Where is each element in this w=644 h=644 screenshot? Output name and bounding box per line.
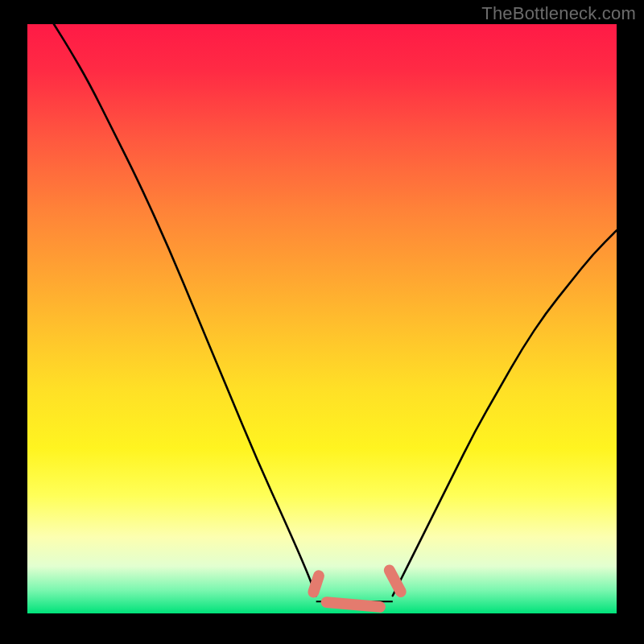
gradient-panel: [27, 24, 617, 613]
chart-stage: TheBottleneck.com: [0, 0, 644, 644]
watermark-text: TheBottleneck.com: [481, 3, 636, 24]
